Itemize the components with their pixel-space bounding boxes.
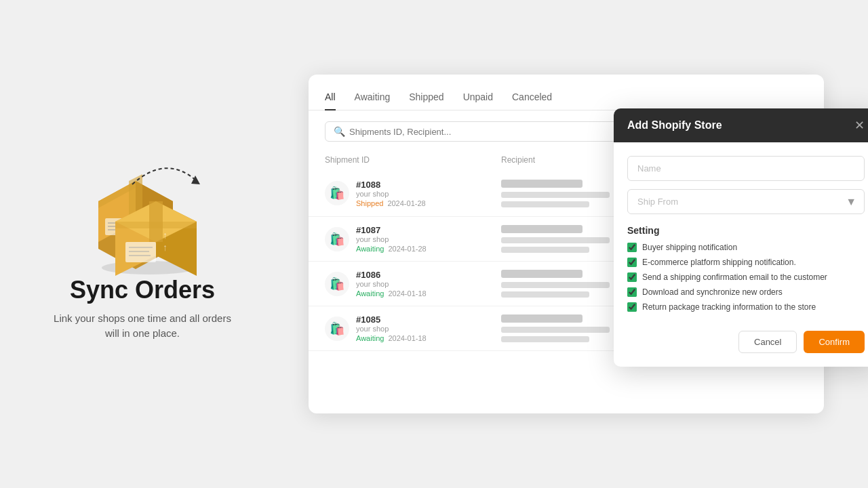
shipment-info: #1086 your shop Awaiting 2024-01-18 [356,270,427,298]
app-window: All Awaiting Shipped Unpaid Canceled 🔍 S… [309,75,824,413]
shopify-logo: 🛍️ [325,181,349,205]
svg-rect-17 [125,242,156,262]
shop-name: your shop [356,190,426,198]
checkbox-item-3: Send a shipping confirmation email to th… [627,272,865,282]
status-date: Awaiting 2024-01-18 [356,334,427,342]
recipient-addr1 [501,192,610,198]
recipient-name [501,270,583,278]
shipment-info: #1088 your shop Shipped 2024-01-28 [356,180,426,207]
tab-shipped[interactable]: Shipped [409,92,443,110]
recipient-addr2 [501,247,589,253]
add-shopify-modal: Add Shopify Store ✕ Ship From ▼ Setting … [614,108,868,367]
checkbox-item-2: E-commerce platform shipping notificatio… [627,258,865,267]
modal-header: Add Shopify Store ✕ [614,108,868,142]
svg-text:↑: ↑ [163,242,167,253]
status-badge: Awaiting [356,334,384,342]
store-name-input[interactable] [627,156,865,181]
shipment-info: #1085 your shop Awaiting 2024-01-18 [356,314,427,342]
search-icon: 🔍 [334,126,345,137]
ship-from-select[interactable]: Ship From [627,189,865,214]
modal-body: Ship From ▼ Setting Buyer shipping notif… [614,142,868,331]
cancel-button[interactable]: Cancel [738,331,797,353]
col-shipment-id: Shipment ID [325,155,501,165]
status-date: Awaiting 2024-01-18 [356,289,427,298]
shipment-cell: 🛍️ #1087 your shop Awaiting 2024-01-28 [325,225,501,253]
ship-from-select-wrap: Ship From ▼ [627,189,865,214]
recipient-name [501,180,583,188]
shop-name: your shop [356,325,427,333]
tab-canceled[interactable]: Canceled [512,92,552,110]
tabs-bar: All Awaiting Shipped Unpaid Canceled [309,91,824,110]
shipment-id: #1085 [356,314,427,325]
checkbox-label-4: Download and synchronize new orders [642,287,783,297]
checkbox-label-2: E-commerce platform shipping notificatio… [642,258,796,267]
shopify-logo: 🛍️ [325,227,349,251]
shipment-info: #1087 your shop Awaiting 2024-01-28 [356,225,427,253]
order-date: 2024-01-28 [388,245,426,253]
shipment-id: #1087 [356,225,427,235]
shop-name: your shop [356,235,427,243]
recipient-addr1 [501,282,610,288]
shop-name: your shop [356,280,427,288]
shopify-icon: 🛍️ [330,232,344,247]
checkbox-label-5: Return package tracking information to t… [642,302,816,312]
status-date: Shipped 2024-01-28 [356,199,426,207]
checkbox-buyer-shipping[interactable] [627,243,637,252]
status-date: Awaiting 2024-01-28 [356,245,427,253]
box-illustration: ↑ ↑ ↑ ↑ [61,147,224,276]
shopify-logo: 🛍️ [325,317,349,341]
recipient-addr2 [501,201,589,207]
svg-marker-23 [191,176,200,184]
recipient-name [501,314,583,323]
settings-title: Setting [627,225,865,236]
shopify-icon: 🛍️ [330,186,344,201]
status-badge: Awaiting [356,245,384,253]
shipment-cell: 🛍️ #1085 your shop Awaiting 2024-01-18 [325,314,501,342]
checkbox-label-1: Buyer shipping notification [642,243,737,252]
right-panel: All Awaiting Shipped Unpaid Canceled 🔍 S… [285,54,868,434]
order-date: 2024-01-18 [388,289,426,298]
order-date: 2024-01-18 [388,334,426,342]
checkbox-return-tracking[interactable] [627,302,637,312]
left-panel: ↑ ↑ ↑ ↑ [0,120,285,369]
tab-awaiting[interactable]: Awaiting [355,92,391,110]
checkbox-item-1: Buyer shipping notification [627,243,865,252]
shipment-cell: 🛍️ #1088 your shop Shipped 2024-01-28 [325,180,501,207]
tab-unpaid[interactable]: Unpaid [463,92,493,110]
recipient-addr1 [501,237,610,243]
svg-text:↑: ↑ [163,230,167,241]
shipment-cell: 🛍️ #1086 your shop Awaiting 2024-01-18 [325,270,501,298]
modal-title: Add Shopify Store [627,119,722,131]
recipient-addr1 [501,327,610,333]
checkbox-ecommerce-shipping[interactable] [627,258,637,267]
tab-all[interactable]: All [325,92,336,110]
checkbox-item-4: Download and synchronize new orders [627,287,865,297]
checkbox-item-5: Return package tracking information to t… [627,302,865,312]
checkbox-download-orders[interactable] [627,287,637,297]
checkbox-label-3: Send a shipping confirmation email to th… [642,272,827,282]
shopify-logo: 🛍️ [325,272,349,296]
recipient-name [501,225,583,233]
status-badge: Awaiting [356,289,384,298]
shopify-icon: 🛍️ [330,321,344,336]
order-date: 2024-01-28 [387,199,425,207]
shipment-id: #1086 [356,270,427,280]
settings-section: Setting Buyer shipping notification E-co… [627,225,865,317]
checkbox-confirmation-email[interactable] [627,272,637,282]
shipment-id: #1088 [356,180,426,190]
app-subtitle: Link your shops one time and all orders … [47,311,237,342]
confirm-button[interactable]: Confirm [804,331,865,353]
app-title: Sync Orders [70,276,215,304]
modal-footer: Cancel Confirm [614,331,868,367]
status-badge: Shipped [356,199,383,207]
shopify-icon: 🛍️ [330,277,344,291]
recipient-addr2 [501,291,589,298]
recipient-addr2 [501,336,589,342]
svg-marker-16 [115,222,197,228]
modal-close-button[interactable]: ✕ [854,119,865,131]
